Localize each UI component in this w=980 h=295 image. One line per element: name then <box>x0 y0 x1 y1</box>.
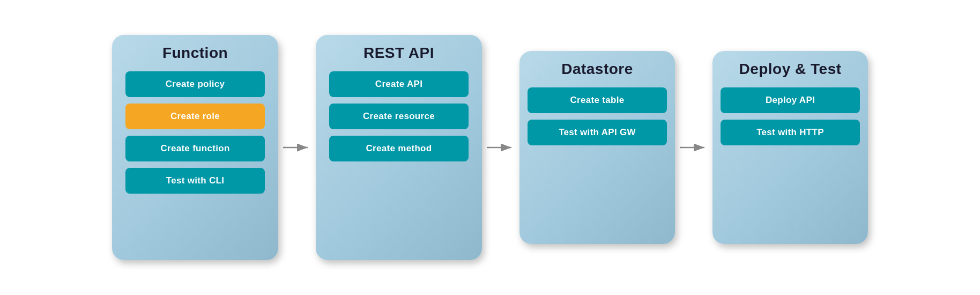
panel-title-deploy-test: Deploy & Test <box>739 61 841 78</box>
panel-title-rest-api: REST API <box>363 45 434 62</box>
panel-title-datastore: Datastore <box>561 61 633 78</box>
panel-datastore: DatastoreCreate tableTest with API GW <box>519 51 675 244</box>
btn-test-with-http[interactable]: Test with HTTP <box>721 120 860 145</box>
arrow-2 <box>675 137 712 158</box>
panel-function: FunctionCreate policyCreate roleCreate f… <box>112 35 278 260</box>
btn-create-policy[interactable]: Create policy <box>125 71 265 97</box>
panel-rest-api: REST APICreate APICreate resourceCreate … <box>316 35 482 260</box>
arrow-1 <box>482 137 519 158</box>
btn-create-role[interactable]: Create role <box>125 104 265 129</box>
btn-test-with-api-gw[interactable]: Test with API GW <box>528 120 667 145</box>
btn-create-method[interactable]: Create method <box>329 136 469 161</box>
btn-create-function[interactable]: Create function <box>125 136 265 161</box>
flow-container: FunctionCreate policyCreate roleCreate f… <box>112 35 868 260</box>
panel-deploy-test: Deploy & TestDeploy APITest with HTTP <box>712 51 868 244</box>
btn-deploy-api[interactable]: Deploy API <box>721 87 860 113</box>
btn-create-resource[interactable]: Create resource <box>329 104 469 129</box>
btn-create-table[interactable]: Create table <box>528 87 667 113</box>
arrow-0 <box>278 137 316 158</box>
btn-create-api[interactable]: Create API <box>329 71 469 97</box>
btn-test-with-cli[interactable]: Test with CLI <box>125 168 265 194</box>
panel-title-function: Function <box>162 45 228 62</box>
